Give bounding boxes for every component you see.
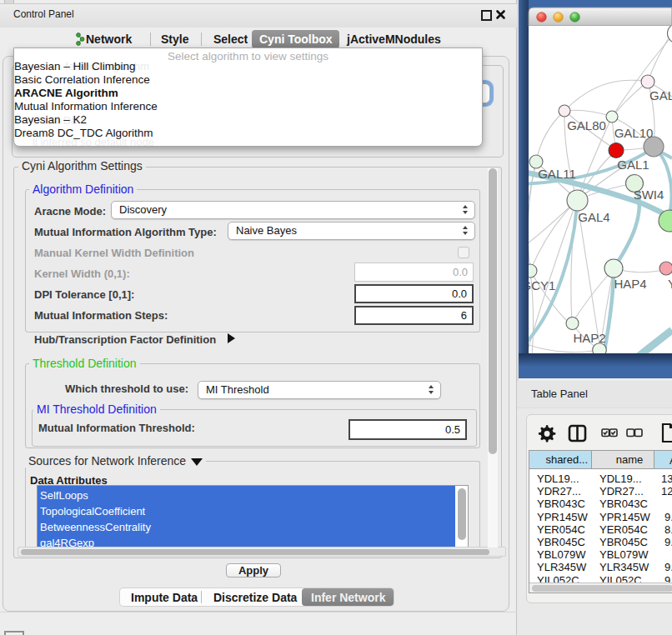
svg-text:GAL11: GAL11 [538, 167, 576, 181]
svg-text:GAL4: GAL4 [578, 210, 609, 224]
svg-text:GAL80: GAL80 [567, 118, 606, 132]
svg-text:HAP2: HAP2 [573, 331, 605, 345]
svg-text:SWI4: SWI4 [634, 188, 664, 202]
svg-text:HAP4: HAP4 [614, 277, 646, 291]
svg-text:YJL: YJL [668, 277, 672, 291]
svg-text:GAL7: GAL7 [649, 88, 672, 102]
svg-text:GAL1: GAL1 [617, 158, 649, 172]
svg-text:GAL10: GAL10 [614, 126, 654, 140]
